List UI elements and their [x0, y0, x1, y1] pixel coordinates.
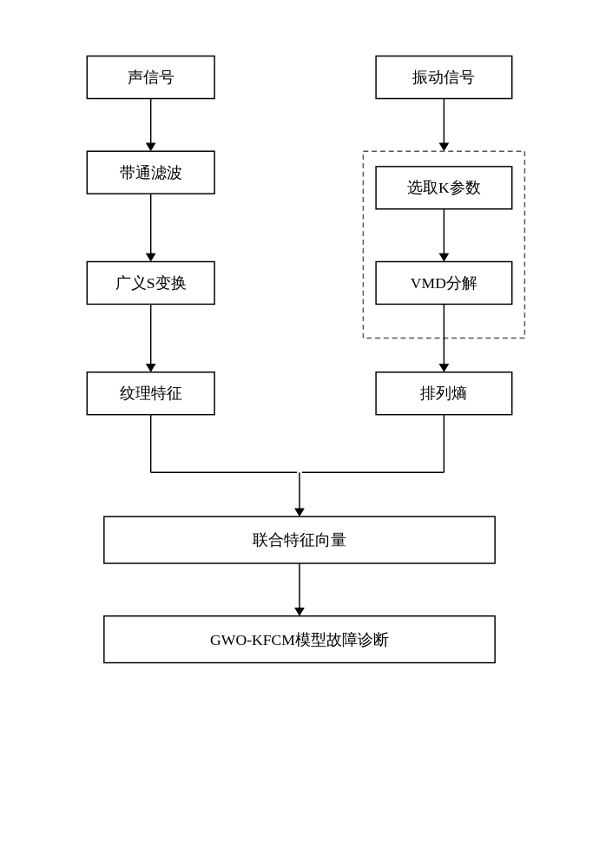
flow-diagram: 声信号 振动信号 带通滤波 选取K参数 VMD分解 广义S变换: [30, 22, 569, 846]
vmd-label: VMD分解: [411, 274, 477, 292]
sound-signal-label: 声信号: [128, 69, 174, 86]
diagnosis-label: GWO-KFCM模型故障诊断: [210, 631, 389, 648]
svg-marker-29: [294, 608, 305, 616]
svg-marker-16: [146, 364, 156, 372]
svg-marker-26: [294, 508, 305, 516]
bandpass-filter-label: 带通滤波: [120, 164, 182, 181]
texture-feature-label: 纹理特征: [120, 385, 182, 402]
svg-marker-10: [439, 253, 450, 262]
svg-marker-13: [146, 253, 156, 262]
generalized-s-label: 广义S变换: [115, 274, 187, 292]
vibration-signal-label: 振动信号: [412, 69, 475, 86]
diagram-svg: 声信号 振动信号 带通滤波 选取K参数 VMD分解 广义S变换: [30, 39, 569, 846]
svg-marker-3: [146, 142, 156, 151]
permutation-entropy-label: 排列熵: [420, 385, 467, 402]
svg-marker-5: [439, 142, 450, 151]
combined-feature-label: 联合特征向量: [253, 531, 346, 549]
select-k-label: 选取K参数: [407, 179, 481, 196]
svg-marker-18: [439, 364, 450, 372]
